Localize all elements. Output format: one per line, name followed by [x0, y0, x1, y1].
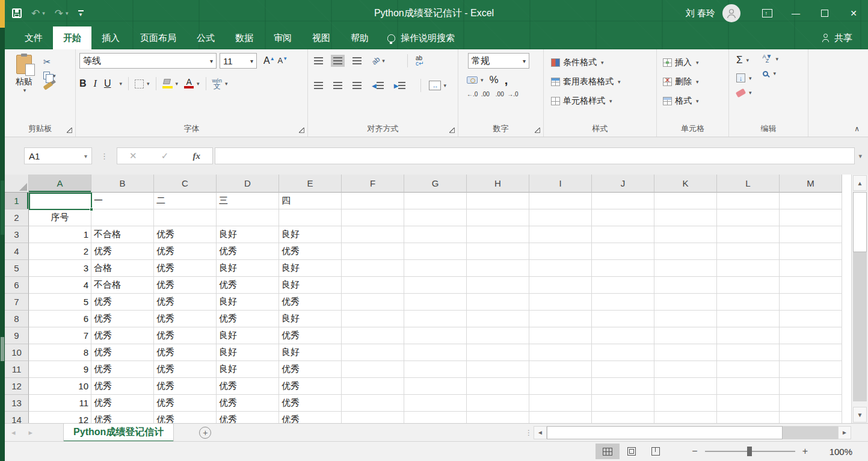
- column-header-M[interactable]: M: [780, 175, 842, 193]
- minimize-button[interactable]: —: [781, 1, 810, 26]
- cell-J13[interactable]: [592, 395, 654, 412]
- accounting-format-icon[interactable]: [467, 76, 478, 84]
- cell-L5[interactable]: [717, 260, 780, 277]
- cell-F6[interactable]: [342, 277, 404, 294]
- cell-L8[interactable]: [717, 311, 780, 327]
- cell-F10[interactable]: [342, 344, 404, 361]
- cell-H8[interactable]: [467, 311, 529, 327]
- cell-M11[interactable]: [780, 361, 842, 378]
- cell-G9[interactable]: [404, 327, 467, 344]
- cell-G1[interactable]: [404, 193, 467, 209]
- clear-button[interactable]: ▾: [736, 90, 752, 96]
- scroll-left-icon[interactable]: ◄: [534, 426, 547, 439]
- horizontal-scroll-thumb[interactable]: [547, 426, 783, 439]
- cell-B13[interactable]: 优秀: [91, 395, 154, 412]
- cell-J3[interactable]: [592, 226, 654, 243]
- cell-M5[interactable]: [780, 260, 842, 277]
- cell-I8[interactable]: [529, 311, 592, 327]
- cell-B3[interactable]: 不合格: [91, 226, 154, 243]
- cell-M3[interactable]: [780, 226, 842, 243]
- cell-C2[interactable]: [154, 209, 217, 226]
- copy-icon[interactable]: [43, 72, 50, 79]
- cell-J8[interactable]: [592, 311, 654, 327]
- cell-A2[interactable]: 序号: [29, 209, 91, 226]
- cell-G10[interactable]: [404, 344, 467, 361]
- avatar[interactable]: [722, 4, 740, 22]
- row-header-11[interactable]: 11: [5, 361, 29, 378]
- sort-filter-button[interactable]: A▼Z▾: [763, 54, 778, 63]
- zoom-slider-thumb[interactable]: [747, 447, 752, 456]
- add-sheet-button[interactable]: +: [199, 427, 211, 439]
- cell-I14[interactable]: [529, 412, 592, 423]
- share-button[interactable]: 共享: [822, 26, 852, 49]
- cell-D14[interactable]: 优秀: [217, 412, 279, 423]
- row-header-9[interactable]: 9: [5, 327, 29, 344]
- cell-I9[interactable]: [529, 327, 592, 344]
- cell-E11[interactable]: 优秀: [279, 361, 342, 378]
- cell-M6[interactable]: [780, 277, 842, 294]
- font-name-combo[interactable]: 等线▾: [79, 53, 217, 69]
- cell-C13[interactable]: 优秀: [154, 395, 217, 412]
- cell-I12[interactable]: [529, 378, 592, 395]
- cell-E4[interactable]: 优秀: [279, 243, 342, 260]
- cell-L4[interactable]: [717, 243, 780, 260]
- cell-A7[interactable]: 5: [29, 294, 91, 311]
- cell-L14[interactable]: [717, 412, 780, 423]
- column-header-K[interactable]: K: [654, 175, 717, 193]
- increase-font-size-button[interactable]: A▲: [263, 55, 275, 66]
- fill-button[interactable]: ↓▾: [736, 73, 752, 82]
- zoom-out-button[interactable]: −: [685, 446, 704, 457]
- cell-L2[interactable]: [717, 209, 780, 226]
- find-select-button[interactable]: ▾: [763, 70, 778, 76]
- row-header-4[interactable]: 4: [5, 243, 29, 260]
- cell-L11[interactable]: [717, 361, 780, 378]
- cancel-icon[interactable]: ✕: [129, 150, 137, 161]
- row-header-1[interactable]: 1: [5, 193, 29, 209]
- cell-J10[interactable]: [592, 344, 654, 361]
- row-header-3[interactable]: 3: [5, 226, 29, 243]
- cell-M14[interactable]: [780, 412, 842, 423]
- insert-function-icon[interactable]: fx: [192, 151, 200, 161]
- cell-K2[interactable]: [654, 209, 717, 226]
- font-size-combo[interactable]: 11▾: [220, 53, 257, 69]
- cell-F8[interactable]: [342, 311, 404, 327]
- cell-K10[interactable]: [654, 344, 717, 361]
- cell-C12[interactable]: 优秀: [154, 378, 217, 395]
- column-header-H[interactable]: H: [467, 175, 529, 193]
- collapse-ribbon-icon[interactable]: ∧: [854, 125, 860, 133]
- cell-H13[interactable]: [467, 395, 529, 412]
- page-layout-view-button[interactable]: [620, 444, 644, 459]
- cell-K6[interactable]: [654, 277, 717, 294]
- cell-H5[interactable]: [467, 260, 529, 277]
- align-right-button[interactable]: [350, 79, 364, 91]
- format-as-table-button[interactable]: 套用表格格式▾: [551, 72, 653, 91]
- vertical-scrollbar[interactable]: ▲ ▼: [851, 175, 868, 423]
- cell-A11[interactable]: 9: [29, 361, 91, 378]
- formula-bar-grip[interactable]: ⋮: [100, 155, 108, 158]
- ribbon-tab-7[interactable]: 视图: [302, 26, 340, 49]
- cell-M8[interactable]: [780, 311, 842, 327]
- cell-I5[interactable]: [529, 260, 592, 277]
- ribbon-tab-8[interactable]: 帮助: [340, 26, 379, 49]
- sheet-nav-left-icon[interactable]: ◂: [5, 428, 22, 437]
- cell-E3[interactable]: 良好: [279, 226, 342, 243]
- row-header-5[interactable]: 5: [5, 260, 29, 277]
- bold-button[interactable]: B: [79, 78, 87, 89]
- cell-G8[interactable]: [404, 311, 467, 327]
- paste-button[interactable]: 粘贴 ▾: [8, 53, 40, 93]
- number-dialog-launcher-icon[interactable]: [535, 128, 540, 133]
- insert-cells-button[interactable]: 插入▾: [663, 53, 725, 72]
- cell-A13[interactable]: 11: [29, 395, 91, 412]
- column-header-L[interactable]: L: [717, 175, 780, 193]
- cell-D1[interactable]: 三: [217, 193, 279, 209]
- cell-I6[interactable]: [529, 277, 592, 294]
- cell-E10[interactable]: 良好: [279, 344, 342, 361]
- font-size-dropdown-icon[interactable]: ▾: [250, 58, 253, 64]
- cell-F2[interactable]: [342, 209, 404, 226]
- cell-J9[interactable]: [592, 327, 654, 344]
- cell-L12[interactable]: [717, 378, 780, 395]
- cell-D10[interactable]: 良好: [217, 344, 279, 361]
- cell-D3[interactable]: 良好: [217, 226, 279, 243]
- cell-D9[interactable]: 良好: [217, 327, 279, 344]
- row-header-13[interactable]: 13: [5, 395, 29, 412]
